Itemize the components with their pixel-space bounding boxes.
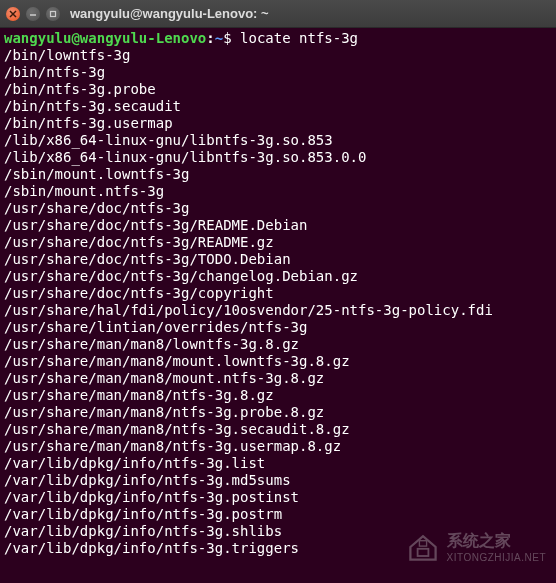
output-line: /sbin/mount.lowntfs-3g [4,166,552,183]
output-line: /var/lib/dpkg/info/ntfs-3g.md5sums [4,472,552,489]
output-line: /var/lib/dpkg/info/ntfs-3g.triggers [4,540,552,557]
output-line: /usr/share/doc/ntfs-3g/TODO.Debian [4,251,552,268]
output-line: /usr/share/doc/ntfs-3g/copyright [4,285,552,302]
output-line: /bin/ntfs-3g.secaudit [4,98,552,115]
output-line: /usr/share/hal/fdi/policy/10osvendor/25-… [4,302,552,319]
svg-rect-3 [51,11,56,16]
terminal-output: /bin/lowntfs-3g/bin/ntfs-3g/bin/ntfs-3g.… [4,47,552,557]
output-line: /usr/share/man/man8/ntfs-3g.probe.8.gz [4,404,552,421]
output-line: /lib/x86_64-linux-gnu/libntfs-3g.so.853 [4,132,552,149]
prompt-symbol: $ [223,30,231,46]
output-line: /usr/share/man/man8/mount.lowntfs-3g.8.g… [4,353,552,370]
output-line: /usr/share/man/man8/lowntfs-3g.8.gz [4,336,552,353]
minimize-button[interactable] [26,7,40,21]
prompt-path: ~ [215,30,223,46]
output-line: /usr/share/doc/ntfs-3g/README.Debian [4,217,552,234]
output-line: /usr/share/lintian/overrides/ntfs-3g [4,319,552,336]
titlebar: wangyulu@wangyulu-Lenovo: ~ [0,0,556,28]
window-title: wangyulu@wangyulu-Lenovo: ~ [70,6,269,21]
output-line: /var/lib/dpkg/info/ntfs-3g.list [4,455,552,472]
window-controls [6,7,60,21]
output-line: /usr/share/doc/ntfs-3g/README.gz [4,234,552,251]
output-line: /usr/share/man/man8/mount.ntfs-3g.8.gz [4,370,552,387]
close-icon [9,10,17,18]
output-line: /bin/ntfs-3g.probe [4,81,552,98]
output-line: /var/lib/dpkg/info/ntfs-3g.shlibs [4,523,552,540]
output-line: /usr/share/doc/ntfs-3g [4,200,552,217]
output-line: /bin/ntfs-3g [4,64,552,81]
output-line: /var/lib/dpkg/info/ntfs-3g.postrm [4,506,552,523]
output-line: /lib/x86_64-linux-gnu/libntfs-3g.so.853.… [4,149,552,166]
minimize-icon [29,10,37,18]
terminal-area[interactable]: wangyulu@wangyulu-Lenovo:~$ locate ntfs-… [0,28,556,583]
output-line: /bin/ntfs-3g.usermap [4,115,552,132]
command-text: locate ntfs-3g [240,30,358,46]
maximize-icon [49,10,57,18]
maximize-button[interactable] [46,7,60,21]
prompt-user-host: wangyulu@wangyulu-Lenovo [4,30,206,46]
output-line: /usr/share/doc/ntfs-3g/changelog.Debian.… [4,268,552,285]
output-line: /usr/share/man/man8/ntfs-3g.usermap.8.gz [4,438,552,455]
close-button[interactable] [6,7,20,21]
prompt-separator: : [206,30,214,46]
output-line: /bin/lowntfs-3g [4,47,552,64]
output-line: /usr/share/man/man8/ntfs-3g.secaudit.8.g… [4,421,552,438]
output-line: /usr/share/man/man8/ntfs-3g.8.gz [4,387,552,404]
output-line: /sbin/mount.ntfs-3g [4,183,552,200]
output-line: /var/lib/dpkg/info/ntfs-3g.postinst [4,489,552,506]
